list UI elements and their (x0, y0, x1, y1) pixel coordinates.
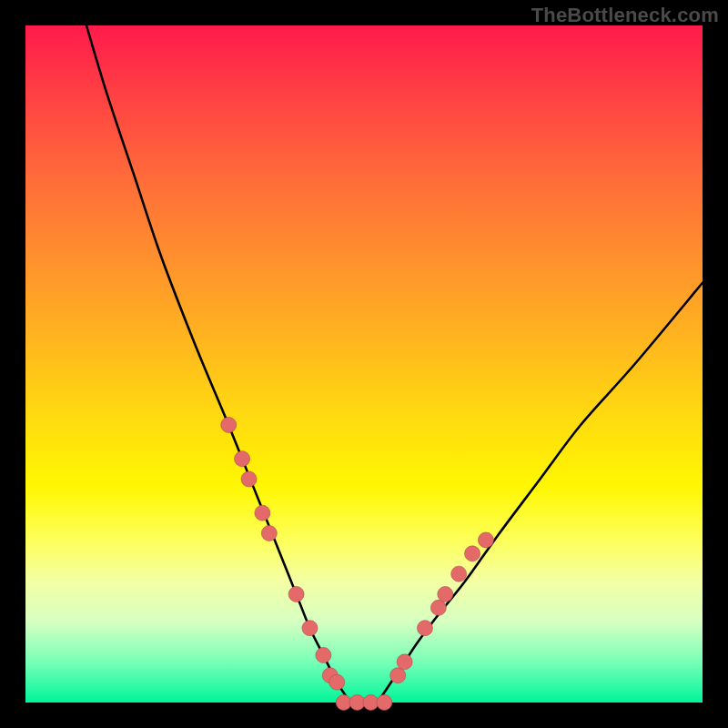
right-bottleneck-curve (378, 283, 703, 703)
sample-dot (329, 674, 345, 690)
sample-dot (235, 451, 250, 467)
sample-dot (261, 526, 277, 541)
sample-dot (349, 695, 365, 711)
curves-svg (25, 25, 703, 703)
sample-dot (241, 471, 257, 487)
sample-dot (430, 600, 446, 615)
left-bottleneck-curve (86, 25, 350, 703)
sample-dots (221, 417, 494, 710)
chart-stage: TheBottleneck.com (0, 0, 728, 728)
sample-dot (397, 654, 412, 670)
sample-dot (478, 532, 493, 548)
sample-dot (316, 647, 331, 662)
sample-dot (302, 621, 318, 636)
sample-dot (336, 695, 351, 711)
watermark-text: TheBottleneck.com (531, 4, 719, 27)
sample-dot (377, 695, 392, 711)
plot-area (25, 25, 703, 703)
sample-dot (288, 586, 304, 602)
sample-dot (363, 695, 379, 711)
sample-dot (438, 586, 453, 602)
sample-dot (417, 621, 432, 636)
sample-dot (451, 566, 467, 581)
sample-dot (255, 505, 270, 521)
sample-dot (390, 668, 406, 683)
sample-dot (221, 417, 237, 432)
sample-dot (465, 546, 480, 561)
